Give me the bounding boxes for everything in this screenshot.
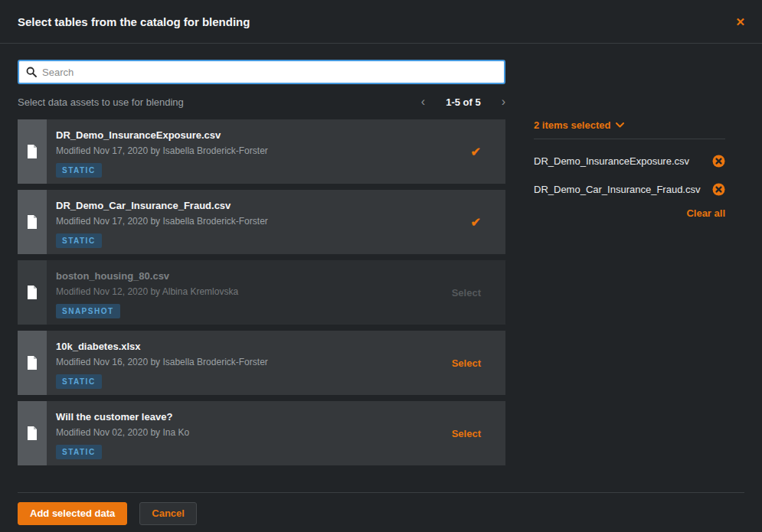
remove-item-icon[interactable] bbox=[712, 183, 725, 196]
asset-row[interactable]: 10k_diabetes.xlsx Modified Nov 16, 2020 … bbox=[18, 331, 505, 395]
search-input[interactable] bbox=[42, 67, 497, 78]
selected-panel: 2 items selected DR_Demo_InsuranceExposu… bbox=[534, 119, 725, 219]
pagination-range: 1-5 of 5 bbox=[446, 96, 481, 108]
asset-type-badge: STATIC bbox=[56, 233, 102, 248]
asset-title: Will the customer leave? bbox=[56, 411, 429, 423]
list-header-label: Select data assets to use for blending bbox=[18, 96, 184, 108]
asset-row[interactable]: boston_housing_80.csv Modified Nov 12, 2… bbox=[18, 260, 505, 325]
selected-check-icon: ✔ bbox=[471, 145, 481, 159]
cancel-button[interactable]: Cancel bbox=[139, 502, 197, 525]
selected-check-icon: ✔ bbox=[471, 215, 481, 230]
selected-count-toggle[interactable]: 2 items selected bbox=[534, 119, 725, 139]
select-button[interactable]: Select bbox=[452, 357, 481, 369]
asset-title: boston_housing_80.csv bbox=[56, 270, 429, 282]
asset-type-badge: STATIC bbox=[56, 163, 102, 178]
file-icon bbox=[27, 356, 38, 370]
search-box[interactable] bbox=[18, 60, 505, 84]
asset-type-badge: STATIC bbox=[56, 374, 102, 389]
asset-modified: Modified Nov 16, 2020 by Isabella Broder… bbox=[56, 357, 429, 367]
asset-type-badge: STATIC bbox=[56, 445, 102, 459]
asset-row[interactable]: Will the customer leave? Modified Nov 02… bbox=[18, 401, 505, 465]
catalog-column: Select data assets to use for blending ‹… bbox=[18, 60, 505, 465]
selected-count-label: 2 items selected bbox=[534, 119, 610, 131]
file-icon bbox=[27, 426, 38, 440]
select-tables-modal: Select tables from the catalog for blend… bbox=[0, 0, 762, 532]
pagination-next-icon[interactable]: › bbox=[502, 96, 505, 108]
list-header: Select data assets to use for blending ‹… bbox=[18, 84, 505, 119]
asset-title: DR_Demo_Car_Insurance_Fraud.csv bbox=[56, 200, 429, 211]
asset-type-badge: SNAPSHOT bbox=[56, 304, 120, 318]
file-icon bbox=[27, 286, 38, 299]
select-button[interactable]: Select bbox=[452, 428, 481, 439]
asset-row[interactable]: DR_Demo_InsuranceExposure.csv Modified N… bbox=[18, 119, 505, 184]
asset-row[interactable]: DR_Demo_Car_Insurance_Fraud.csv Modified… bbox=[18, 190, 505, 254]
pagination-prev-icon[interactable]: ‹ bbox=[421, 96, 425, 108]
remove-item-icon[interactable] bbox=[712, 155, 725, 168]
selected-item-name: DR_Demo_InsuranceExposure.csv bbox=[534, 155, 689, 167]
modal-content: Select data assets to use for blending ‹… bbox=[0, 60, 762, 465]
modal-header: Select tables from the catalog for blend… bbox=[0, 0, 762, 44]
file-icon bbox=[27, 215, 38, 229]
chevron-down-icon bbox=[616, 122, 624, 128]
modal-title: Select tables from the catalog for blend… bbox=[18, 15, 250, 28]
asset-modified: Modified Nov 17, 2020 by Isabella Broder… bbox=[56, 145, 429, 156]
asset-title: DR_Demo_InsuranceExposure.csv bbox=[56, 129, 429, 141]
file-icon bbox=[27, 145, 38, 158]
modal-footer: Add selected data Cancel bbox=[0, 492, 762, 532]
add-selected-data-button[interactable]: Add selected data bbox=[18, 502, 127, 525]
asset-modified: Modified Nov 17, 2020 by Isabella Broder… bbox=[56, 216, 429, 227]
asset-modified: Modified Nov 02, 2020 by Ina Ko bbox=[56, 427, 429, 438]
asset-title: 10k_diabetes.xlsx bbox=[56, 341, 429, 352]
selected-item: DR_Demo_Car_Insurance_Fraud.csv bbox=[534, 183, 725, 196]
close-icon[interactable]: ✕ bbox=[732, 13, 748, 31]
asset-list: DR_Demo_InsuranceExposure.csv Modified N… bbox=[18, 119, 505, 465]
search-icon bbox=[26, 67, 37, 77]
select-button[interactable]: Select bbox=[452, 287, 481, 299]
clear-all-button[interactable]: Clear all bbox=[686, 207, 725, 219]
selected-list: DR_Demo_InsuranceExposure.csv DR_Demo_Ca… bbox=[534, 155, 725, 196]
pagination: ‹ 1-5 of 5 › bbox=[421, 96, 505, 108]
selected-item-name: DR_Demo_Car_Insurance_Fraud.csv bbox=[534, 184, 700, 195]
selected-item: DR_Demo_InsuranceExposure.csv bbox=[534, 155, 725, 168]
asset-modified: Modified Nov 12, 2020 by Albina Kremlovs… bbox=[56, 286, 429, 297]
